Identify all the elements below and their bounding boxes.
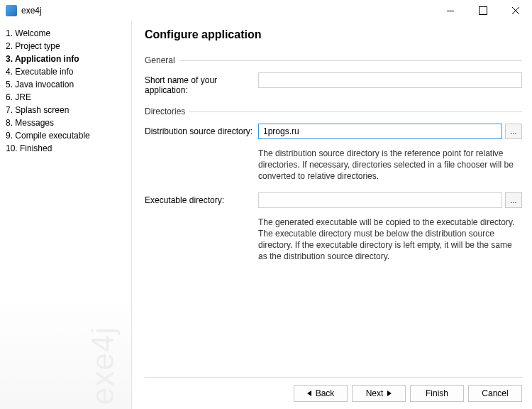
sidebar-step-8[interactable]: 8. Messages bbox=[3, 116, 128, 129]
sidebar-step-6[interactable]: 6. JRE bbox=[3, 91, 128, 104]
section-directories: Directories bbox=[145, 107, 522, 116]
section-directories-label: Directories bbox=[145, 107, 185, 116]
section-general-label: General bbox=[145, 55, 175, 65]
dist-dir-browse-button[interactable]: ... bbox=[505, 124, 522, 139]
next-button[interactable]: Next bbox=[352, 385, 406, 402]
short-name-input[interactable] bbox=[258, 72, 522, 88]
dist-dir-input[interactable] bbox=[258, 124, 502, 139]
window-controls bbox=[434, 0, 532, 21]
minimize-button[interactable] bbox=[434, 0, 467, 21]
divider bbox=[189, 111, 522, 112]
cancel-button-label: Cancel bbox=[482, 388, 508, 398]
back-button[interactable]: Back bbox=[294, 385, 348, 402]
back-button-label: Back bbox=[316, 388, 335, 398]
sidebar-step-5[interactable]: 5. Java invocation bbox=[3, 78, 128, 91]
finish-button[interactable]: Finish bbox=[410, 385, 464, 402]
sidebar-step-1[interactable]: 1. Welcome bbox=[3, 27, 128, 40]
short-name-row: Short name of your application: bbox=[145, 72, 522, 95]
arrow-left-icon bbox=[307, 391, 311, 396]
exec-dir-label: Executable directory: bbox=[145, 192, 258, 205]
content: Configure application General Short name… bbox=[132, 21, 532, 409]
dist-dir-row: Distribution source directory: ... bbox=[145, 124, 522, 139]
page-title: Configure application bbox=[145, 28, 522, 41]
arrow-right-icon bbox=[387, 391, 392, 396]
short-name-label: Short name of your application: bbox=[145, 72, 258, 95]
sidebar-step-10[interactable]: 10. Finished bbox=[3, 142, 128, 155]
exec-dir-row: Executable directory: ... bbox=[145, 192, 522, 208]
exec-dir-input[interactable] bbox=[258, 192, 502, 208]
divider bbox=[179, 60, 522, 61]
sidebar-step-4[interactable]: 4. Executable info bbox=[3, 65, 128, 78]
exec-dir-browse-button[interactable]: ... bbox=[505, 192, 522, 208]
app-icon bbox=[6, 5, 17, 16]
sidebar-step-3[interactable]: 3. Application info bbox=[3, 53, 128, 65]
dist-dir-description: The distribution source directory is the… bbox=[258, 148, 521, 182]
sidebar-step-9[interactable]: 9. Compile executable bbox=[3, 129, 128, 142]
sidebar-step-2[interactable]: 2. Project type bbox=[3, 40, 128, 53]
close-button[interactable] bbox=[499, 0, 532, 21]
next-button-label: Next bbox=[366, 388, 384, 398]
window-titlebar: exe4j bbox=[0, 0, 532, 21]
sidebar: 1. Welcome2. Project type3. Application … bbox=[0, 21, 132, 409]
section-general: General bbox=[145, 55, 522, 65]
finish-button-label: Finish bbox=[426, 388, 448, 398]
window-title: exe4j bbox=[21, 6, 434, 16]
sidebar-step-7[interactable]: 7. Splash screen bbox=[3, 104, 128, 116]
dist-dir-label: Distribution source directory: bbox=[145, 124, 258, 136]
cancel-button[interactable]: Cancel bbox=[468, 385, 522, 402]
maximize-button[interactable] bbox=[467, 0, 499, 21]
footer: Back Next Finish Cancel bbox=[145, 377, 522, 402]
exec-dir-description: The generated executable will be copied … bbox=[258, 217, 521, 263]
